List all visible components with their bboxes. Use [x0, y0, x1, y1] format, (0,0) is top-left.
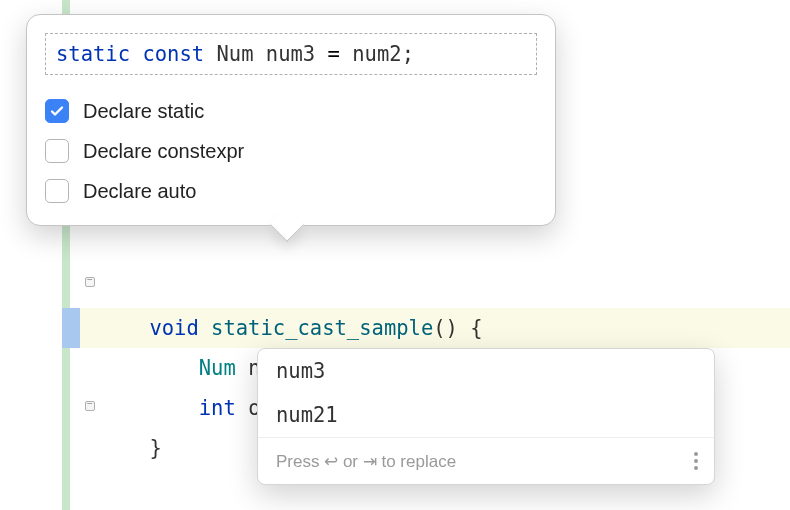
var-preview: num3 — [266, 42, 315, 66]
semi-preview: ; — [402, 42, 414, 66]
label-auto: Declare auto — [83, 180, 196, 203]
code-line-close-brace[interactable]: } — [100, 388, 162, 428]
suggestions-footer: Press ↩ or ⇥ to replace — [258, 437, 714, 484]
checkbox-constexpr[interactable] — [45, 139, 69, 163]
open-brace: { — [458, 316, 483, 340]
fold-handle-close[interactable] — [85, 401, 95, 411]
kw-const: const — [142, 42, 204, 66]
equals-preview: = — [315, 42, 352, 66]
checkbox-auto[interactable] — [45, 179, 69, 203]
label-constexpr: Declare constexpr — [83, 140, 244, 163]
declaration-preview: static const Num num3 = num2; — [45, 33, 537, 75]
suggestion-item-0[interactable]: num3 — [258, 349, 714, 393]
fold-handle-open[interactable] — [85, 277, 95, 287]
kw-static: static — [56, 42, 130, 66]
hint-text: Press ↩ or ⇥ to replace — [276, 451, 456, 472]
check-icon — [49, 103, 65, 119]
label-static: Declare static — [83, 100, 204, 123]
code-line-num-assign[interactable]: Num n = num3; — [100, 308, 367, 348]
type-preview: Num — [216, 42, 253, 66]
more-icon[interactable] — [690, 448, 702, 474]
checkbox-static[interactable] — [45, 99, 69, 123]
introduce-constant-popup: static const Num num3 = num2; Declare st… — [26, 14, 556, 226]
suggestion-item-1[interactable]: num21 — [258, 393, 714, 437]
option-declare-static[interactable]: Declare static — [45, 91, 537, 131]
option-declare-constexpr[interactable]: Declare constexpr — [45, 131, 537, 171]
rename-suggestions-popup: num3 num21 Press ↩ or ⇥ to replace — [257, 348, 715, 485]
parens: () — [433, 316, 458, 340]
rhs-preview: num2 — [352, 42, 401, 66]
keyword-int: int — [199, 396, 236, 420]
option-declare-auto[interactable]: Declare auto — [45, 171, 537, 211]
close-brace: } — [149, 436, 161, 460]
gutter-caret-highlight — [62, 308, 80, 348]
code-line-fn-decl[interactable]: void static_cast_sample() { — [100, 268, 483, 308]
